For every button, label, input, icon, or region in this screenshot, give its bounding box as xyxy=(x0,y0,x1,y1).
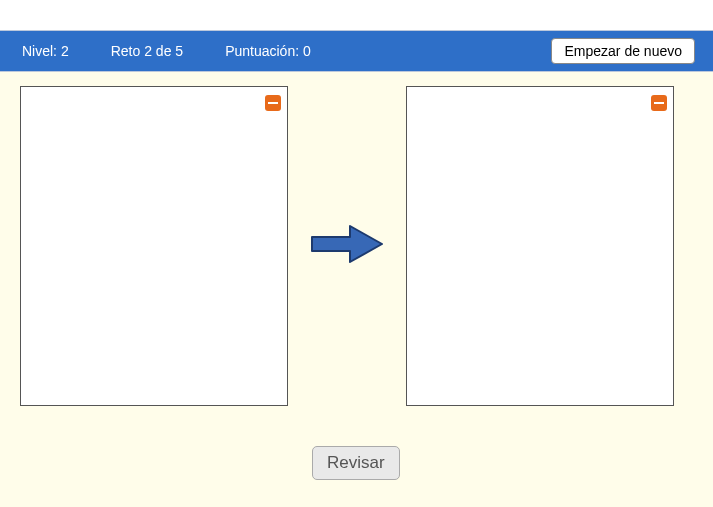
reaction-arrow-icon xyxy=(310,224,384,268)
workspace: Revisar 0 C2H6 + 0 Cl2 0 xyxy=(0,72,713,507)
score-status: Puntuación: 0 xyxy=(225,43,311,59)
remove-molecule-button[interactable] xyxy=(651,95,667,111)
level-status: Nivel: 2 xyxy=(22,43,69,59)
products-box[interactable] xyxy=(406,86,674,406)
check-button[interactable]: Revisar xyxy=(312,446,400,480)
restart-button[interactable]: Empezar de nuevo xyxy=(551,38,695,64)
remove-molecule-button[interactable] xyxy=(265,95,281,111)
reactants-box[interactable] xyxy=(20,86,288,406)
status-bar: Nivel: 2 Reto 2 de 5 Puntuación: 0 Empez… xyxy=(0,30,713,72)
challenge-status: Reto 2 de 5 xyxy=(111,43,183,59)
